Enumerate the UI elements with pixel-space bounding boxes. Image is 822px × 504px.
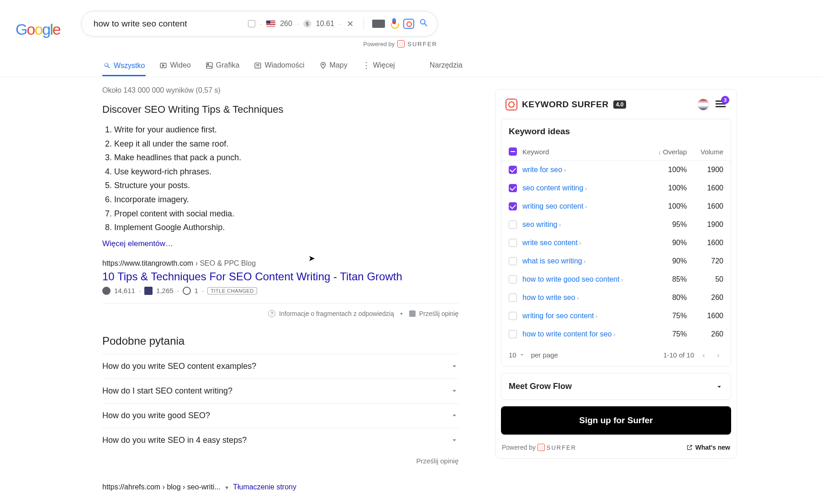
filter-icon[interactable]: 3 bbox=[715, 99, 727, 110]
list-item: Make headlines that pack a punch. bbox=[114, 151, 458, 165]
keyboard-icon[interactable] bbox=[372, 20, 385, 28]
tab-news[interactable]: Wiadomości bbox=[253, 57, 305, 76]
keyword-overlap: 95% bbox=[650, 220, 687, 229]
keyword-volume: 1600 bbox=[687, 202, 723, 210]
country-selector-icon[interactable] bbox=[697, 99, 709, 110]
paa-feedback-link[interactable]: Prześlij opinię bbox=[102, 457, 458, 465]
col-keyword[interactable]: Keyword bbox=[522, 148, 650, 156]
keyword-volume: 1900 bbox=[687, 220, 723, 229]
feedback-link[interactable]: Prześlij opinię bbox=[419, 310, 458, 317]
surfer-logo-icon: ⬚ bbox=[537, 444, 545, 451]
clear-search-button[interactable]: × bbox=[345, 17, 355, 30]
keyword-row: how to write good seo content85%50 bbox=[501, 270, 731, 289]
keyword-link[interactable]: how to write content for seo bbox=[522, 330, 650, 338]
keyword-checkbox[interactable] bbox=[509, 239, 517, 247]
snippet-footer: ? Informacje o fragmentach z odpowiedzią… bbox=[102, 303, 458, 317]
keyword-checkbox[interactable] bbox=[509, 220, 517, 229]
tab-graphics[interactable]: Grafika bbox=[205, 57, 241, 76]
keyword-checkbox[interactable] bbox=[509, 257, 517, 265]
keyword-volume: 1600 bbox=[687, 312, 723, 320]
keyword-overlap: 90% bbox=[650, 257, 687, 265]
keyword-link[interactable]: write seo content bbox=[522, 239, 650, 247]
keyword-link[interactable]: seo content writing bbox=[522, 184, 650, 192]
list-item: Structure your posts. bbox=[114, 178, 458, 193]
surfer-logo-icon: ⬚ bbox=[397, 40, 405, 47]
keyword-checkbox[interactable] bbox=[509, 294, 517, 302]
ideas-header-row: Keyword ↓ Overlap Volume bbox=[501, 143, 731, 161]
result-title-link[interactable]: 10 Tips & Techniques For SEO Content Wri… bbox=[102, 270, 458, 283]
result-url[interactable]: https://ahrefs.com › blog › seo-writi...… bbox=[102, 483, 458, 491]
whats-new-link[interactable]: What's new bbox=[686, 444, 730, 451]
paa-item[interactable]: How do you write good SEO? bbox=[102, 403, 458, 428]
keyword-checkbox[interactable] bbox=[509, 330, 517, 338]
list-item: Incorporate imagery. bbox=[114, 193, 458, 207]
list-item: Implement Google Authorship. bbox=[114, 220, 458, 235]
keyword-volume: 1900 bbox=[687, 166, 723, 174]
keyword-overlap: 75% bbox=[650, 312, 687, 320]
paa-item[interactable]: How do I start SEO content writing? bbox=[102, 378, 458, 403]
per-page-selector[interactable]: 10 bbox=[509, 351, 525, 359]
translate-link[interactable]: Tłumaczenie strony bbox=[233, 483, 296, 491]
surfer-toggle-checkbox[interactable] bbox=[248, 20, 255, 27]
tab-video[interactable]: Wideo bbox=[158, 57, 191, 76]
col-volume[interactable]: Volume bbox=[687, 148, 723, 156]
keyword-overlap: 90% bbox=[650, 239, 687, 247]
keyword-link[interactable]: how to write seo bbox=[522, 294, 650, 302]
keyword-volume: 1600 bbox=[687, 184, 723, 192]
keyword-checkbox[interactable] bbox=[509, 312, 517, 320]
keyword-checkbox[interactable] bbox=[509, 275, 517, 284]
keyword-overlap: 100% bbox=[650, 202, 687, 210]
col-overlap[interactable]: ↓ Overlap bbox=[650, 148, 687, 156]
keyword-surfer-panel: KEYWORD SURFER 4.0 3 Keyword ideas Keywo… bbox=[495, 89, 737, 459]
keyword-checkbox[interactable] bbox=[509, 202, 517, 210]
select-all-checkbox[interactable] bbox=[509, 147, 517, 156]
result-meta: 14,611 · 1,265 · 1 · TITLE CHANGED bbox=[102, 287, 458, 295]
keyword-volume: 260 bbox=[687, 330, 723, 338]
search-cpc: 10.61 bbox=[316, 20, 334, 28]
tab-more[interactable]: ⋮ Więcej bbox=[361, 56, 396, 77]
keyword-row: seo content writing100%1600 bbox=[501, 179, 731, 197]
next-page-button[interactable]: › bbox=[713, 350, 723, 360]
keyword-link[interactable]: how to write good seo content bbox=[522, 275, 650, 284]
tab-maps[interactable]: Mapy bbox=[318, 57, 348, 76]
search-button[interactable] bbox=[419, 18, 429, 30]
keyword-link[interactable]: what is seo writing bbox=[522, 257, 650, 265]
tab-all[interactable]: Wszystko bbox=[102, 57, 146, 76]
list-item: Keep it all under the same roof. bbox=[114, 137, 458, 151]
keyword-row: what is seo writing90%720 bbox=[501, 252, 731, 270]
tab-tools[interactable]: Narzędzia bbox=[429, 57, 464, 76]
keyword-checkbox[interactable] bbox=[509, 166, 517, 174]
search-volume: 260 bbox=[280, 20, 292, 28]
list-item: Propel content with social media. bbox=[114, 207, 458, 221]
keyword-link[interactable]: writing for seo content bbox=[522, 312, 650, 320]
keyword-overlap: 100% bbox=[650, 166, 687, 174]
result-stats: Około 143 000 000 wyników (0,57 s) bbox=[102, 86, 458, 94]
flag-us-icon bbox=[266, 21, 275, 27]
keyword-link[interactable]: writing seo content bbox=[522, 202, 650, 210]
result-url[interactable]: https://www.titangrowth.com › SEO & PPC … bbox=[102, 259, 458, 268]
paa-item[interactable]: How do you write SEO in 4 easy steps? bbox=[102, 428, 458, 452]
mic-icon[interactable] bbox=[390, 18, 399, 29]
keyword-row: writing seo content100%1600 bbox=[501, 197, 731, 215]
keyword-row: writing for seo content75%1600 bbox=[501, 307, 731, 325]
powered-by-label: Powered by ⬚ SURFER bbox=[81, 40, 437, 47]
keyword-surfer-logo-icon bbox=[506, 99, 517, 110]
prev-page-button[interactable]: ‹ bbox=[699, 350, 709, 360]
keyword-link[interactable]: write for seo bbox=[522, 166, 650, 174]
keyword-link[interactable]: seo writing bbox=[522, 220, 650, 229]
help-icon[interactable]: ? bbox=[268, 310, 275, 317]
keyword-checkbox[interactable] bbox=[509, 184, 517, 192]
traffic-icon bbox=[144, 287, 153, 295]
more-items-link[interactable]: Więcej elementów… bbox=[102, 239, 458, 248]
paa-item[interactable]: How do you write SEO content examples? bbox=[102, 354, 458, 378]
camera-icon[interactable] bbox=[403, 19, 414, 29]
signup-button[interactable]: Sign up for Surfer bbox=[501, 406, 731, 435]
grow-flow-card[interactable]: Meet Grow Flow bbox=[501, 373, 731, 400]
keyword-row: how to write seo80%260 bbox=[501, 289, 731, 307]
search-input[interactable] bbox=[90, 19, 248, 29]
keyword-row: how to write content for seo75%260 bbox=[501, 325, 731, 343]
dropdown-icon[interactable]: ▼ bbox=[224, 485, 229, 490]
keyword-surfer-title: KEYWORD SURFER bbox=[522, 100, 609, 110]
featured-snippet-list: Write for your audience first. Keep it a… bbox=[102, 123, 458, 235]
google-logo[interactable]: Google bbox=[16, 21, 60, 38]
